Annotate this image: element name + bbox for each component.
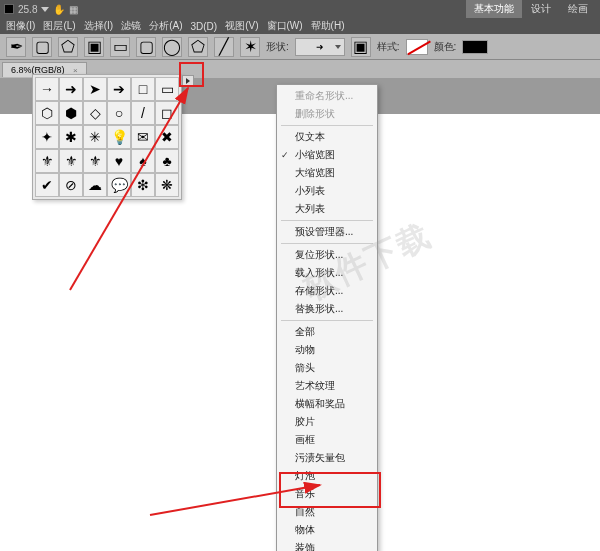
shape-cell[interactable]: 💡 [107, 125, 131, 149]
menu-item-film[interactable]: 胶片 [277, 413, 377, 431]
color-swatch[interactable] [462, 40, 488, 54]
menu-item-delete: 删除形状 [277, 105, 377, 123]
style-label: 样式: [377, 40, 400, 54]
menu-filter[interactable]: 滤镜 [119, 19, 143, 33]
shape-cell[interactable]: ▭ [155, 77, 179, 101]
shape-cell[interactable]: ➤ [83, 77, 107, 101]
menu-bar: 图像(I) 图层(L) 选择(I) 滤镜 分析(A) 3D(D) 视图(V) 窗… [0, 18, 600, 34]
path-mode-icon[interactable]: ⬠ [58, 37, 78, 57]
shape-cell[interactable]: / [131, 101, 155, 125]
options-bar: ✒ ▢ ⬠ ▣ ▭ ▢ ◯ ⬠ ╱ ✶ 形状: ➜ ▣ 样式: 颜色: [0, 34, 600, 60]
menu-item-rename: 重命名形状... [277, 87, 377, 105]
shape-cell[interactable]: ⚜ [35, 149, 59, 173]
menu-analysis[interactable]: 分析(A) [147, 19, 184, 33]
document-tab-label: 6.8%(RGB/8) [11, 65, 65, 75]
zoom-value[interactable]: 25.8 [18, 4, 37, 15]
shape-cell[interactable]: ⬢ [59, 101, 83, 125]
shape-cell[interactable]: ❋ [155, 173, 179, 197]
menu-separator [281, 125, 373, 126]
shape-picker-dropdown[interactable]: ➜ [295, 38, 345, 56]
shape-cell[interactable]: ◻ [155, 101, 179, 125]
app-icon [4, 4, 14, 14]
menu-item-grime-vector[interactable]: 污渍矢量包 [277, 449, 377, 467]
shape-cell[interactable]: ✉ [131, 125, 155, 149]
shape-cell[interactable]: ✔ [35, 173, 59, 197]
shape-cell[interactable]: ⊘ [59, 173, 83, 197]
menu-image[interactable]: 图像(I) [4, 19, 37, 33]
shape-label: 形状: [266, 40, 289, 54]
shape-cell[interactable]: ☁ [83, 173, 107, 197]
menu-item-large-list[interactable]: 大列表 [277, 200, 377, 218]
menu-separator [281, 320, 373, 321]
shape-cell[interactable]: ♣ [155, 149, 179, 173]
shape-cell[interactable]: ➔ [107, 77, 131, 101]
menu-separator [281, 220, 373, 221]
shape-cell[interactable]: ⚜ [59, 149, 83, 173]
color-label: 颜色: [434, 40, 457, 54]
roundrect-tool-icon[interactable]: ▢ [136, 37, 156, 57]
shape-cell[interactable]: ✳ [83, 125, 107, 149]
shape-cell[interactable]: ⬡ [35, 101, 59, 125]
shape-cell[interactable]: ✱ [59, 125, 83, 149]
fill-mode-icon[interactable]: ▣ [84, 37, 104, 57]
polygon-tool-icon[interactable]: ⬠ [188, 37, 208, 57]
shape-cell[interactable]: ✖ [155, 125, 179, 149]
shapes-flyout: →➜➤➔□▭⬡⬢◇○/◻✦✱✳💡✉✖⚜⚜⚜♥♠♣✔⊘☁💬❇❋ [32, 74, 182, 200]
menu-help[interactable]: 帮助(H) [309, 19, 347, 33]
menu-item-small-thumb[interactable]: 小缩览图 [277, 146, 377, 164]
workspace-tab-design[interactable]: 设计 [523, 0, 559, 18]
workspace-tab-paint[interactable]: 绘画 [560, 0, 596, 18]
shape-cell[interactable]: ○ [107, 101, 131, 125]
custom-shape-tool-icon[interactable]: ✶ [240, 37, 260, 57]
menu-item-large-thumb[interactable]: 大缩览图 [277, 164, 377, 182]
ellipse-tool-icon[interactable]: ◯ [162, 37, 182, 57]
menu-item-banners[interactable]: 横幅和奖品 [277, 395, 377, 413]
menu-item-frames[interactable]: 画框 [277, 431, 377, 449]
workspace-tab-basic[interactable]: 基本功能 [466, 0, 522, 18]
shape-layer-mode-icon[interactable]: ▢ [32, 37, 52, 57]
zoom-dropdown-icon[interactable] [41, 7, 49, 12]
menu-item-animals[interactable]: 动物 [277, 341, 377, 359]
shape-cell[interactable]: ♥ [107, 149, 131, 173]
shape-cell[interactable]: ◇ [83, 101, 107, 125]
shape-cell[interactable]: → [35, 77, 59, 101]
menu-item-text-only[interactable]: 仅文本 [277, 128, 377, 146]
menu-select[interactable]: 选择(I) [82, 19, 115, 33]
rect-tool-icon[interactable]: ▭ [110, 37, 130, 57]
menu-item-arrows[interactable]: 箭头 [277, 359, 377, 377]
menu-item-preset-manager[interactable]: 预设管理器... [277, 223, 377, 241]
menu-item-objects[interactable]: 物体 [277, 521, 377, 539]
shape-cell[interactable]: ✦ [35, 125, 59, 149]
combine-mode-icon[interactable]: ▣ [351, 37, 371, 57]
view-tools-icon[interactable]: ▦ [69, 4, 78, 15]
hand-tool-icon[interactable]: ✋ [53, 4, 65, 15]
shape-cell[interactable]: □ [131, 77, 155, 101]
shape-cell[interactable]: ♠ [131, 149, 155, 173]
shape-cell[interactable]: 💬 [107, 173, 131, 197]
shape-cell[interactable]: ❇ [131, 173, 155, 197]
menu-item-all[interactable]: 全部 [277, 323, 377, 341]
menu-view[interactable]: 视图(V) [223, 19, 260, 33]
menu-item-ornaments[interactable]: 装饰 [277, 539, 377, 551]
menu-3d[interactable]: 3D(D) [188, 21, 219, 32]
menu-layer[interactable]: 图层(L) [41, 19, 77, 33]
line-tool-icon[interactable]: ╱ [214, 37, 234, 57]
annotation-box-flyout [179, 62, 204, 87]
menu-window[interactable]: 窗口(W) [265, 19, 305, 33]
title-bar: 25.8 ✋ ▦ 基本功能 设计 绘画 [0, 0, 600, 18]
shape-cell[interactable]: ⚜ [83, 149, 107, 173]
no-style-icon[interactable] [406, 39, 428, 55]
annotation-box-symbols [279, 472, 381, 508]
shape-cell[interactable]: ➜ [59, 77, 83, 101]
menu-item-small-list[interactable]: 小列表 [277, 182, 377, 200]
menu-item-art-textures[interactable]: 艺术纹理 [277, 377, 377, 395]
tool-preset-icon[interactable]: ✒ [6, 37, 26, 57]
